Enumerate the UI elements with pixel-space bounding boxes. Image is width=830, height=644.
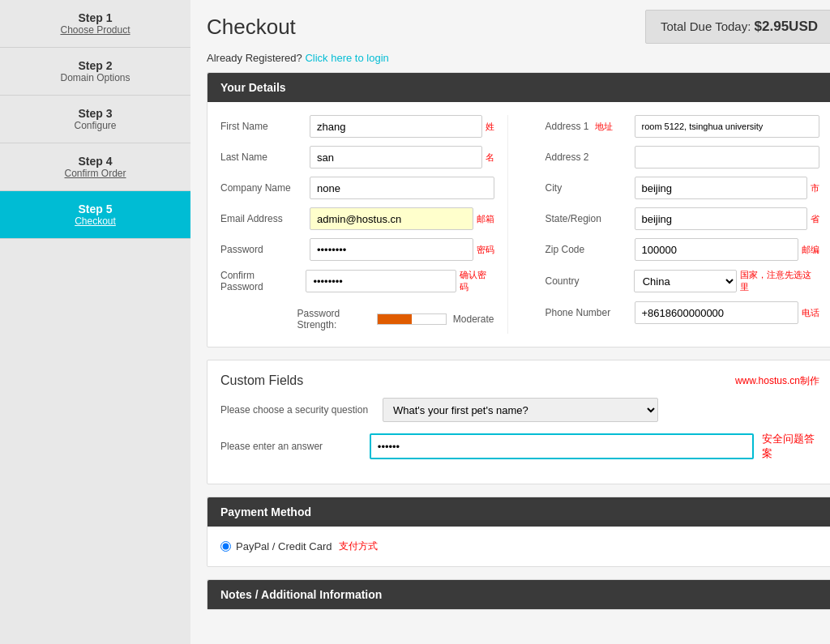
- first-name-row: First Name 姓: [220, 115, 494, 138]
- state-row: State/Region 省: [545, 207, 820, 230]
- address1-label: Address 1 地址: [545, 121, 635, 133]
- strength-bar: [377, 313, 447, 325]
- page-header: Checkout Total Due Today: $2.95USD: [190, 0, 830, 50]
- last-name-input[interactable]: [310, 146, 482, 168]
- last-name-annotation: 名: [486, 151, 494, 164]
- custom-fields-body: Custom Fields www.hostus.cn制作 Please cho…: [208, 360, 830, 484]
- form-col-right: Address 1 地址 Address 2 City: [533, 115, 820, 334]
- email-label: Email Address: [220, 213, 310, 224]
- country-select[interactable]: China United States United Kingdom: [634, 270, 737, 292]
- already-registered-text: Already Registered?: [207, 52, 302, 64]
- paypal-option[interactable]: PayPal / Credit Card: [220, 540, 332, 552]
- city-annotation: 市: [811, 182, 819, 194]
- notes-header: Notes / Additional Information: [208, 580, 830, 609]
- sidebar-item-step3[interactable]: Step 3 Configure: [0, 96, 190, 143]
- city-label: City: [545, 182, 635, 194]
- zip-row: Zip Code 邮编: [545, 238, 820, 261]
- first-name-input[interactable]: [310, 115, 482, 138]
- step5-label: Checkout: [8, 215, 182, 227]
- confirm-password-annotation: 确认密码: [460, 269, 494, 293]
- step4-num: Step 4: [8, 155, 182, 168]
- step4-label: Confirm Order: [8, 168, 182, 179]
- paypal-label: PayPal / Credit Card: [236, 540, 332, 552]
- step2-label: Domain Options: [8, 72, 182, 83]
- payment-method-body: PayPal / Credit Card 支付方式: [208, 527, 830, 566]
- address2-row: Address 2: [545, 146, 820, 168]
- total-due-box: Total Due Today: $2.95USD: [645, 10, 830, 44]
- sidebar-item-step5[interactable]: Step 5 Checkout: [0, 191, 190, 239]
- address1-input[interactable]: [635, 115, 820, 138]
- security-question-select[interactable]: What's your first pet's name? What's you…: [383, 398, 658, 422]
- your-details-header: Your Details: [208, 73, 830, 102]
- step2-num: Step 2: [8, 59, 182, 72]
- form-col-left: First Name 姓 Last Name 名 Company Nam: [220, 115, 508, 334]
- your-details-body: First Name 姓 Last Name 名 Company Nam: [208, 102, 830, 347]
- custom-fields-title: Custom Fields: [220, 373, 303, 388]
- strength-text: Moderate: [453, 313, 494, 325]
- security-question-row: Please choose a security question What's…: [220, 398, 819, 422]
- zip-label: Zip Code: [545, 244, 635, 255]
- phone-annotation: 电话: [802, 307, 819, 319]
- company-input[interactable]: [310, 177, 494, 199]
- confirm-password-row: Confirm Password 确认密码: [220, 269, 494, 293]
- strength-label: Password Strength:: [297, 308, 370, 331]
- last-name-row: Last Name 名: [220, 146, 494, 168]
- already-registered-bar: Already Registered? Click here to login: [190, 50, 830, 72]
- sidebar-item-step2[interactable]: Step 2 Domain Options: [0, 48, 190, 96]
- confirm-password-input[interactable]: [306, 270, 456, 292]
- login-link[interactable]: Click here to login: [305, 52, 388, 64]
- sidebar: Step 1 Choose Product Step 2 Domain Opti…: [0, 0, 190, 644]
- city-row: City 市: [545, 177, 820, 199]
- country-row: Country China United States United Kingd…: [545, 269, 820, 293]
- address2-input[interactable]: [635, 146, 820, 168]
- answer-input[interactable]: [370, 433, 754, 459]
- sidebar-item-step4[interactable]: Step 4 Confirm Order: [0, 143, 190, 191]
- page-title: Checkout: [207, 15, 296, 40]
- step3-label: Configure: [8, 120, 182, 131]
- total-label: Total Due Today:: [661, 19, 751, 33]
- email-input[interactable]: [310, 207, 473, 230]
- custom-fields-header-row: Custom Fields www.hostus.cn制作: [220, 373, 819, 388]
- state-input[interactable]: [635, 207, 808, 230]
- address1-annotation: 地址: [595, 122, 613, 131]
- details-form-grid: First Name 姓 Last Name 名 Company Nam: [220, 115, 819, 334]
- password-input[interactable]: [310, 238, 473, 261]
- phone-label: Phone Number: [545, 307, 635, 318]
- address2-label: Address 2: [545, 151, 635, 163]
- main-content: Checkout Total Due Today: $2.95USD Alrea…: [190, 0, 830, 644]
- total-amount: $2.95USD: [755, 19, 818, 34]
- security-question-label: Please choose a security question: [220, 404, 383, 416]
- email-row: Email Address 邮箱: [220, 207, 494, 230]
- password-row: Password 密码: [220, 238, 494, 261]
- strength-bar-filled: [378, 314, 412, 324]
- city-input[interactable]: [635, 177, 808, 199]
- step3-num: Step 3: [8, 107, 182, 120]
- step1-num: Step 1: [8, 11, 182, 24]
- state-label: State/Region: [545, 213, 635, 224]
- country-annotation: 国家，注意先选这里: [740, 269, 819, 293]
- strength-bar-empty: [412, 314, 446, 324]
- password-label: Password: [220, 244, 310, 255]
- answer-label: Please enter an answer: [220, 441, 370, 452]
- step5-num: Step 5: [8, 203, 182, 215]
- first-name-annotation: 姓: [486, 121, 494, 133]
- answer-row: Please enter an answer 安全问题答案: [220, 432, 819, 461]
- sidebar-item-step1[interactable]: Step 1 Choose Product: [0, 0, 190, 48]
- confirm-password-label: Confirm Password: [220, 270, 306, 292]
- password-strength-row: Password Strength: Moderate: [220, 301, 494, 334]
- zip-input[interactable]: [635, 238, 799, 261]
- password-annotation: 密码: [477, 244, 494, 256]
- custom-fields-brand: www.hostus.cn制作: [735, 374, 819, 388]
- payment-annotation: 支付方式: [339, 540, 378, 553]
- phone-row: Phone Number 电话: [545, 301, 820, 324]
- phone-input[interactable]: [635, 301, 799, 324]
- zip-annotation: 邮编: [802, 244, 819, 256]
- step1-label: Choose Product: [8, 24, 182, 36]
- address1-row: Address 1 地址: [545, 115, 820, 138]
- paypal-radio[interactable]: [220, 541, 231, 552]
- company-name-row: Company Name: [220, 177, 494, 199]
- payment-method-section: Payment Method PayPal / Credit Card 支付方式: [207, 497, 830, 567]
- last-name-label: Last Name: [220, 151, 310, 163]
- answer-annotation: 安全问题答案: [762, 432, 819, 461]
- payment-method-header: Payment Method: [208, 497, 830, 527]
